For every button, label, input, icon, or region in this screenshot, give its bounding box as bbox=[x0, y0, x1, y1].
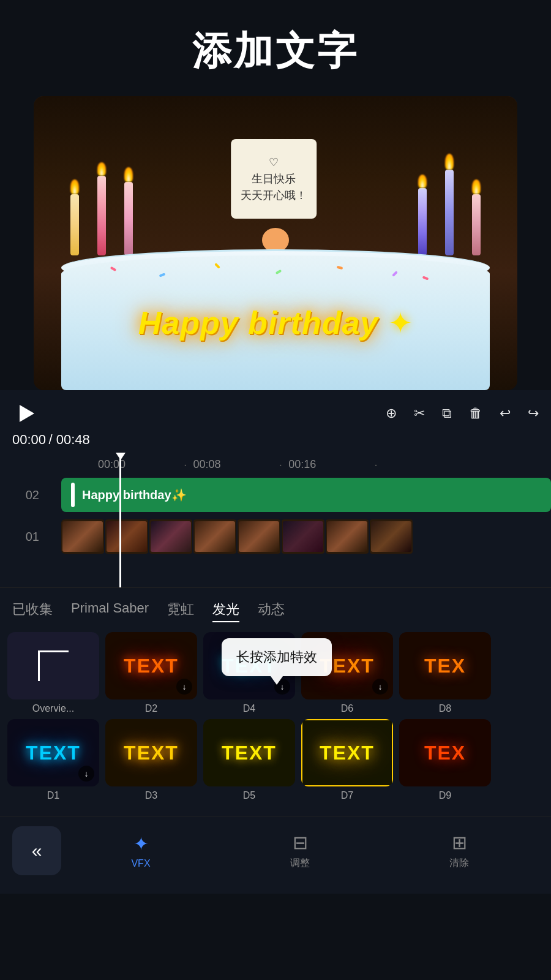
ruler-dot-3: · bbox=[374, 458, 378, 472]
candles-left bbox=[70, 162, 133, 255]
effect-label-overview: Overvie... bbox=[32, 703, 74, 714]
back-icon: « bbox=[32, 840, 42, 861]
effect-label-d4: D4 bbox=[243, 703, 255, 714]
nav-vfx[interactable]: ✦ VFX bbox=[61, 833, 220, 869]
play-button[interactable] bbox=[12, 400, 39, 427]
thumb-5 bbox=[238, 519, 280, 554]
track-clip-text: Happy birthday✨ bbox=[82, 488, 187, 502]
effect-thumb-d8[interactable]: TEX bbox=[399, 632, 491, 699]
timeline-ruler: 00:00 · 00:08 · 00:16 · bbox=[0, 453, 551, 474]
style-tabs: 已收集 Primal Saber 霓虹 发光 动态 bbox=[0, 587, 551, 627]
effects-area: Overvie... TEXT ↓ D2 长按添加特效 TEXT ↓ D4 TE… bbox=[0, 627, 551, 816]
timeline-area[interactable]: 00:00 · 00:08 · 00:16 · 02 Happy birthda… bbox=[0, 453, 551, 587]
nav-clear[interactable]: ⊞ 清除 bbox=[380, 832, 539, 870]
nav-clear-label: 清除 bbox=[449, 857, 469, 870]
thumb-3 bbox=[149, 519, 192, 554]
video-track-row: 01 bbox=[0, 516, 551, 557]
download-badge-d1: ↓ bbox=[78, 766, 94, 782]
thumb-7 bbox=[326, 519, 369, 554]
video-preview: ♡ 生日快乐 天天开心哦！ bbox=[34, 96, 517, 390]
effect-label-d1: D1 bbox=[47, 790, 59, 801]
effect-thumb-d2[interactable]: TEXT ↓ bbox=[105, 632, 197, 699]
nav-vfx-label: VFX bbox=[131, 858, 150, 869]
current-time: 00:00 bbox=[12, 432, 46, 447]
effect-d5[interactable]: TEXT D5 bbox=[203, 719, 295, 801]
text-track-clip[interactable]: Happy birthday✨ bbox=[61, 478, 551, 512]
tab-collected[interactable]: 已收集 bbox=[12, 598, 53, 622]
effect-overview[interactable]: Overvie... bbox=[7, 632, 99, 714]
effect-d9[interactable]: TEX D9 bbox=[399, 719, 491, 801]
thumb-8 bbox=[370, 519, 413, 554]
effect-thumb-d7[interactable]: TEXT bbox=[301, 719, 393, 786]
page-title: 添加文字 bbox=[192, 29, 359, 73]
effect-label-d9: D9 bbox=[439, 790, 451, 801]
effect-d7[interactable]: TEXT D7 bbox=[301, 719, 393, 801]
copy-icon[interactable]: ⧉ bbox=[442, 405, 452, 421]
clip-add-icon[interactable]: ⊕ bbox=[386, 405, 397, 421]
download-badge-d6: ↓ bbox=[372, 679, 388, 695]
undo-icon[interactable]: ↩ bbox=[500, 405, 511, 421]
video-track-label: 01 bbox=[0, 530, 49, 544]
text-track-content[interactable]: Happy birthday✨ bbox=[49, 478, 551, 512]
scissors-icon[interactable]: ✂ bbox=[414, 405, 425, 421]
vfx-icon: ✦ bbox=[133, 833, 149, 854]
ruler-mark-0: 00:00 bbox=[98, 458, 178, 471]
tab-dynamic[interactable]: 动态 bbox=[258, 598, 285, 622]
tab-glow[interactable]: 发光 bbox=[212, 598, 239, 622]
back-button[interactable]: « bbox=[12, 826, 61, 875]
effect-label-d3: D3 bbox=[145, 790, 157, 801]
text-track-label: 02 bbox=[0, 488, 49, 502]
nav-adjust[interactable]: ⊟ 调整 bbox=[220, 832, 380, 870]
playhead-handle bbox=[116, 453, 126, 460]
delete-icon[interactable]: 🗑 bbox=[469, 405, 482, 421]
playhead[interactable] bbox=[119, 453, 121, 587]
long-press-tooltip: 长按添加特效 bbox=[222, 638, 332, 676]
thumb-2 bbox=[105, 519, 148, 554]
video-background: ♡ 生日快乐 天天开心哦！ bbox=[34, 96, 517, 390]
effect-label-d7: D7 bbox=[341, 790, 353, 801]
effect-label-d2: D2 bbox=[145, 703, 157, 714]
thumb-4 bbox=[193, 519, 236, 554]
effect-thumb-d5[interactable]: TEXT bbox=[203, 719, 295, 786]
effect-d1[interactable]: TEXT ↓ D1 bbox=[7, 719, 99, 801]
ruler-dot-2: · bbox=[279, 458, 283, 472]
track-handle bbox=[71, 483, 75, 507]
ruler-mark-1: 00:08 bbox=[193, 458, 273, 471]
sparkle-decoration: ✦ bbox=[388, 306, 413, 340]
ruler-mark-2: 00:16 bbox=[288, 458, 368, 471]
bracket-icon bbox=[38, 650, 69, 681]
effect-d3[interactable]: TEXT D3 bbox=[105, 719, 197, 801]
thumb-6 bbox=[282, 519, 324, 554]
nav-adjust-label: 调整 bbox=[290, 857, 310, 870]
birthday-sign: ♡ 生日快乐 天天开心哦！ bbox=[231, 139, 317, 219]
effects-row-1: Overvie... TEXT ↓ D2 长按添加特效 TEXT ↓ D4 TE… bbox=[7, 632, 544, 714]
birthday-text: Happy birthday bbox=[138, 304, 379, 341]
effect-d2[interactable]: TEXT ↓ D2 长按添加特效 bbox=[105, 632, 197, 714]
effects-row-2: TEXT ↓ D1 TEXT D3 TEXT D5 TEXT D7 bbox=[7, 719, 544, 801]
effect-d8[interactable]: TEX D8 bbox=[399, 632, 491, 714]
text-track-row: 02 Happy birthday✨ bbox=[0, 474, 551, 516]
effect-text-d5: TEXT bbox=[203, 719, 295, 786]
effect-thumb-d9[interactable]: TEX bbox=[399, 719, 491, 786]
video-track-content[interactable] bbox=[49, 519, 551, 554]
timeline-controls: ⊕ ✂ ⧉ 🗑 ↩ ↪ bbox=[0, 390, 551, 432]
bottom-navigation: « ✦ VFX ⊟ 调整 ⊞ 清除 bbox=[0, 816, 551, 894]
effect-text-d3: TEXT bbox=[105, 719, 197, 786]
header: 添加文字 bbox=[0, 0, 551, 90]
video-track-thumbnails bbox=[61, 519, 551, 554]
effect-text-d8: TEX bbox=[399, 632, 491, 699]
thumb-1 bbox=[61, 519, 104, 554]
play-icon bbox=[20, 405, 34, 422]
effect-thumb-d3[interactable]: TEXT bbox=[105, 719, 197, 786]
effect-label-d8: D8 bbox=[439, 703, 451, 714]
effect-thumb-d1[interactable]: TEXT ↓ bbox=[7, 719, 99, 786]
download-badge-d2: ↓ bbox=[176, 679, 192, 695]
effect-thumb-overview[interactable] bbox=[7, 632, 99, 699]
timeline-action-icons: ⊕ ✂ ⧉ 🗑 ↩ ↪ bbox=[386, 405, 539, 421]
time-separator: / bbox=[49, 432, 56, 447]
tab-neon[interactable]: 霓虹 bbox=[167, 598, 194, 622]
time-display: 00:00 / 00:48 bbox=[0, 432, 551, 453]
effect-label-d5: D5 bbox=[243, 790, 255, 801]
tab-primal-saber[interactable]: Primal Saber bbox=[71, 598, 149, 622]
redo-icon[interactable]: ↪ bbox=[528, 405, 539, 421]
